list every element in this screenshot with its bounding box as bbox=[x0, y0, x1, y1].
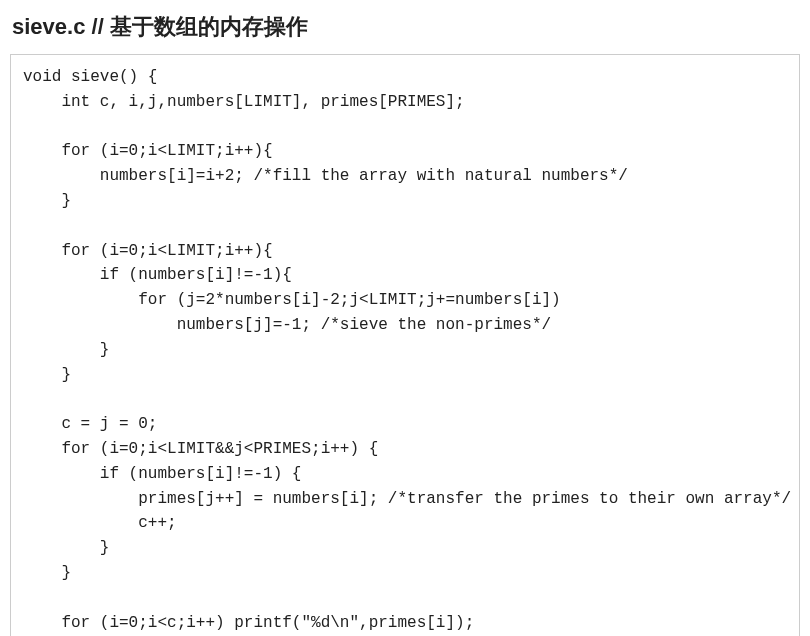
code-content: void sieve() { int c, i,j,numbers[LIMIT]… bbox=[23, 68, 791, 636]
code-container: void sieve() { int c, i,j,numbers[LIMIT]… bbox=[10, 54, 800, 636]
page-title: sieve.c // 基于数组的内存操作 bbox=[10, 12, 800, 42]
